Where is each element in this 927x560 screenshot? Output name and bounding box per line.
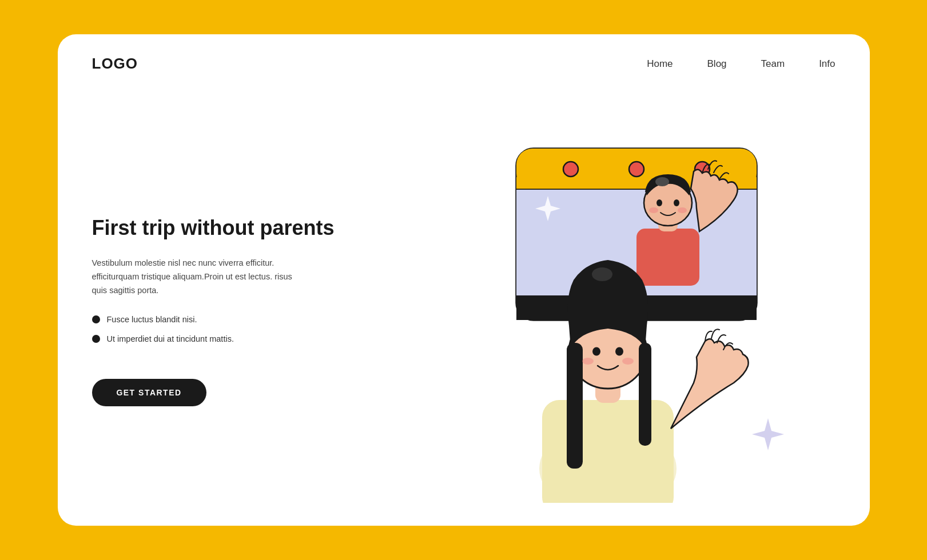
bullet-text-1: Fusce luctus blandit nisi. [107, 315, 197, 324]
nav-link-home[interactable]: Home [647, 58, 673, 69]
svg-point-4 [563, 162, 578, 177]
bullet-item-2: Ut imperdiet dui at tincidunt mattis. [92, 334, 427, 343]
right-panel [427, 95, 836, 503]
navbar: LOGO Home Blog Team Info [58, 34, 870, 84]
bullet-item-1: Fusce luctus blandit nisi. [92, 315, 427, 324]
svg-rect-12 [636, 229, 699, 286]
hero-title: First trip without parents [92, 215, 427, 241]
svg-point-19 [678, 207, 687, 213]
nav-item-blog[interactable]: Blog [707, 58, 727, 70]
logo: LOGO [92, 55, 138, 73]
hero-description: Vestibulum molestie nisl nec nunc viverr… [92, 257, 309, 298]
svg-rect-21 [542, 400, 674, 503]
landing-card: LOGO Home Blog Team Info First trip with… [58, 34, 870, 526]
svg-rect-24 [567, 343, 583, 469]
illustration [442, 103, 819, 503]
left-panel: First trip without parents Vestibulum mo… [92, 95, 427, 503]
nav-link-info[interactable]: Info [819, 58, 835, 69]
svg-point-18 [649, 207, 658, 213]
svg-point-5 [629, 162, 644, 177]
bullet-dot-1 [92, 315, 100, 323]
svg-rect-25 [639, 343, 651, 446]
svg-point-26 [592, 267, 612, 281]
bullet-text-2: Ut imperdiet dui at tincidunt mattis. [107, 334, 234, 343]
nav-item-team[interactable]: Team [761, 58, 785, 70]
nav-link-blog[interactable]: Blog [707, 58, 727, 69]
nav-link-team[interactable]: Team [761, 58, 785, 69]
svg-point-30 [622, 358, 634, 365]
svg-point-16 [657, 199, 662, 206]
star-bottom-right-icon [752, 418, 784, 450]
get-started-button[interactable]: GET STARTED [92, 379, 206, 406]
nav-item-home[interactable]: Home [647, 58, 673, 70]
bullet-list: Fusce luctus blandit nisi. Ut imperdiet … [92, 315, 427, 354]
svg-point-27 [592, 347, 600, 356]
nav-links: Home Blog Team Info [647, 58, 835, 70]
main-content: First trip without parents Vestibulum mo… [58, 84, 870, 526]
svg-point-28 [615, 347, 623, 356]
svg-point-15 [655, 177, 669, 186]
svg-point-17 [674, 199, 679, 206]
nav-item-info[interactable]: Info [819, 58, 835, 70]
svg-point-29 [582, 358, 594, 365]
bullet-dot-2 [92, 335, 100, 343]
